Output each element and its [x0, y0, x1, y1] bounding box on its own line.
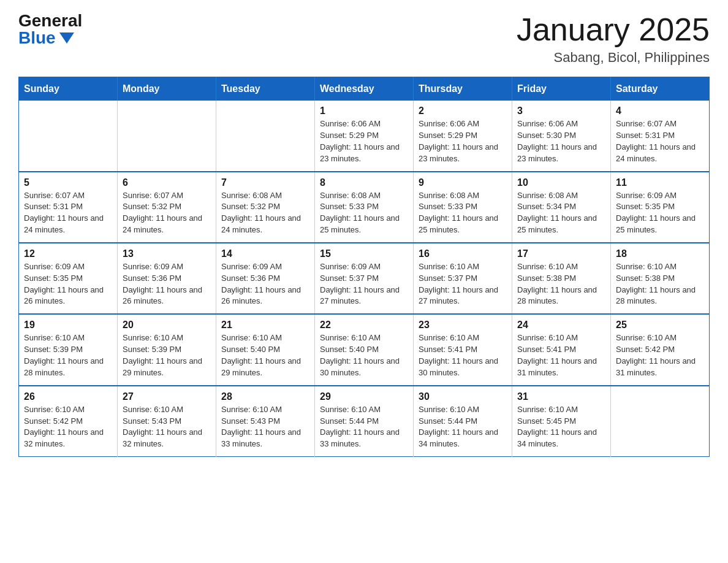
- day-info: Sunrise: 6:10 AMSunset: 5:45 PMDaylight:…: [517, 404, 605, 450]
- calendar-week-row: 19Sunrise: 6:10 AMSunset: 5:39 PMDayligh…: [19, 314, 710, 385]
- calendar-cell: 1Sunrise: 6:06 AMSunset: 5:29 PMDaylight…: [315, 101, 414, 171]
- day-info: Sunrise: 6:07 AMSunset: 5:32 PMDaylight:…: [123, 190, 211, 236]
- day-info: Sunrise: 6:10 AMSunset: 5:43 PMDaylight:…: [123, 404, 211, 450]
- day-number: 17: [517, 248, 605, 259]
- day-number: 28: [221, 391, 309, 402]
- column-header-monday: Monday: [118, 77, 216, 101]
- day-info: Sunrise: 6:10 AMSunset: 5:39 PMDaylight:…: [123, 332, 211, 378]
- day-number: 18: [616, 248, 704, 259]
- day-number: 2: [419, 105, 507, 117]
- day-info: Sunrise: 6:10 AMSunset: 5:42 PMDaylight:…: [24, 404, 112, 450]
- day-number: 21: [221, 320, 309, 331]
- calendar-week-row: 1Sunrise: 6:06 AMSunset: 5:29 PMDaylight…: [19, 101, 710, 171]
- calendar-cell: 8Sunrise: 6:08 AMSunset: 5:33 PMDaylight…: [315, 172, 414, 243]
- day-info: Sunrise: 6:10 AMSunset: 5:38 PMDaylight:…: [517, 261, 605, 307]
- day-number: 27: [123, 391, 211, 402]
- day-number: 11: [616, 177, 704, 188]
- day-number: 10: [517, 177, 605, 188]
- column-header-thursday: Thursday: [414, 77, 512, 101]
- location-subtitle: Sabang, Bicol, Philippines: [517, 50, 710, 66]
- calendar-cell: 6Sunrise: 6:07 AMSunset: 5:32 PMDaylight…: [118, 172, 216, 243]
- calendar-cell: 27Sunrise: 6:10 AMSunset: 5:43 PMDayligh…: [118, 386, 216, 457]
- day-info: Sunrise: 6:10 AMSunset: 5:40 PMDaylight:…: [221, 332, 309, 378]
- logo-blue-text: Blue: [18, 29, 74, 47]
- calendar-cell: [611, 386, 710, 457]
- calendar-cell: 28Sunrise: 6:10 AMSunset: 5:43 PMDayligh…: [216, 386, 315, 457]
- day-number: 12: [24, 248, 112, 259]
- day-number: 29: [320, 391, 408, 402]
- logo: General Blue: [18, 12, 82, 47]
- day-number: 22: [320, 320, 408, 331]
- day-info: Sunrise: 6:06 AMSunset: 5:29 PMDaylight:…: [320, 118, 408, 164]
- calendar-body: 1Sunrise: 6:06 AMSunset: 5:29 PMDaylight…: [19, 101, 710, 456]
- calendar-cell: 7Sunrise: 6:08 AMSunset: 5:32 PMDaylight…: [216, 172, 315, 243]
- day-info: Sunrise: 6:09 AMSunset: 5:36 PMDaylight:…: [221, 261, 309, 307]
- day-number: 15: [320, 248, 408, 259]
- calendar-header-row: SundayMondayTuesdayWednesdayThursdayFrid…: [19, 77, 710, 101]
- column-header-friday: Friday: [512, 77, 611, 101]
- day-info: Sunrise: 6:07 AMSunset: 5:31 PMDaylight:…: [616, 118, 704, 164]
- day-info: Sunrise: 6:08 AMSunset: 5:33 PMDaylight:…: [419, 190, 507, 236]
- calendar-cell: 18Sunrise: 6:10 AMSunset: 5:38 PMDayligh…: [611, 243, 710, 314]
- day-number: 20: [123, 320, 211, 331]
- calendar-cell: [216, 101, 315, 171]
- calendar-cell: 26Sunrise: 6:10 AMSunset: 5:42 PMDayligh…: [19, 386, 118, 457]
- day-number: 9: [419, 177, 507, 188]
- day-info: Sunrise: 6:10 AMSunset: 5:44 PMDaylight:…: [320, 404, 408, 450]
- column-header-saturday: Saturday: [611, 77, 710, 101]
- calendar-cell: 5Sunrise: 6:07 AMSunset: 5:31 PMDaylight…: [19, 172, 118, 243]
- calendar-week-row: 26Sunrise: 6:10 AMSunset: 5:42 PMDayligh…: [19, 386, 710, 457]
- calendar-cell: 22Sunrise: 6:10 AMSunset: 5:40 PMDayligh…: [315, 314, 414, 385]
- day-info: Sunrise: 6:09 AMSunset: 5:37 PMDaylight:…: [320, 261, 408, 307]
- day-number: 23: [419, 320, 507, 331]
- calendar-cell: 14Sunrise: 6:09 AMSunset: 5:36 PMDayligh…: [216, 243, 315, 314]
- day-info: Sunrise: 6:10 AMSunset: 5:43 PMDaylight:…: [221, 404, 309, 450]
- day-number: 3: [517, 105, 605, 117]
- day-number: 26: [24, 391, 112, 402]
- title-block: January 2025 Sabang, Bicol, Philippines: [517, 12, 710, 66]
- day-info: Sunrise: 6:10 AMSunset: 5:37 PMDaylight:…: [419, 261, 507, 307]
- day-info: Sunrise: 6:10 AMSunset: 5:39 PMDaylight:…: [24, 332, 112, 378]
- day-info: Sunrise: 6:10 AMSunset: 5:41 PMDaylight:…: [517, 332, 605, 378]
- calendar-cell: 4Sunrise: 6:07 AMSunset: 5:31 PMDaylight…: [611, 101, 710, 171]
- day-info: Sunrise: 6:06 AMSunset: 5:30 PMDaylight:…: [517, 118, 605, 164]
- day-number: 7: [221, 177, 309, 188]
- month-title: January 2025: [517, 12, 710, 47]
- day-info: Sunrise: 6:10 AMSunset: 5:41 PMDaylight:…: [419, 332, 507, 378]
- day-info: Sunrise: 6:09 AMSunset: 5:35 PMDaylight:…: [616, 190, 704, 236]
- day-number: 25: [616, 320, 704, 331]
- day-info: Sunrise: 6:06 AMSunset: 5:29 PMDaylight:…: [419, 118, 507, 164]
- calendar-cell: [19, 101, 118, 171]
- day-info: Sunrise: 6:10 AMSunset: 5:40 PMDaylight:…: [320, 332, 408, 378]
- calendar-cell: 19Sunrise: 6:10 AMSunset: 5:39 PMDayligh…: [19, 314, 118, 385]
- calendar-cell: 25Sunrise: 6:10 AMSunset: 5:42 PMDayligh…: [611, 314, 710, 385]
- calendar-cell: 2Sunrise: 6:06 AMSunset: 5:29 PMDaylight…: [414, 101, 512, 171]
- calendar-cell: 30Sunrise: 6:10 AMSunset: 5:44 PMDayligh…: [414, 386, 512, 457]
- calendar-cell: 3Sunrise: 6:06 AMSunset: 5:30 PMDaylight…: [512, 101, 611, 171]
- day-number: 19: [24, 320, 112, 331]
- calendar-week-row: 12Sunrise: 6:09 AMSunset: 5:35 PMDayligh…: [19, 243, 710, 314]
- calendar-table: SundayMondayTuesdayWednesdayThursdayFrid…: [18, 77, 710, 457]
- column-header-sunday: Sunday: [19, 77, 118, 101]
- day-number: 8: [320, 177, 408, 188]
- day-number: 16: [419, 248, 507, 259]
- column-header-tuesday: Tuesday: [216, 77, 315, 101]
- calendar-cell: 10Sunrise: 6:08 AMSunset: 5:34 PMDayligh…: [512, 172, 611, 243]
- calendar-cell: 20Sunrise: 6:10 AMSunset: 5:39 PMDayligh…: [118, 314, 216, 385]
- day-number: 13: [123, 248, 211, 259]
- calendar-cell: 12Sunrise: 6:09 AMSunset: 5:35 PMDayligh…: [19, 243, 118, 314]
- day-number: 30: [419, 391, 507, 402]
- day-info: Sunrise: 6:08 AMSunset: 5:32 PMDaylight:…: [221, 190, 309, 236]
- day-number: 14: [221, 248, 309, 259]
- day-number: 1: [320, 105, 408, 117]
- calendar-cell: [118, 101, 216, 171]
- day-number: 4: [616, 105, 704, 117]
- calendar-cell: 21Sunrise: 6:10 AMSunset: 5:40 PMDayligh…: [216, 314, 315, 385]
- day-info: Sunrise: 6:10 AMSunset: 5:38 PMDaylight:…: [616, 261, 704, 307]
- logo-triangle-icon: [59, 33, 74, 44]
- calendar-cell: 11Sunrise: 6:09 AMSunset: 5:35 PMDayligh…: [611, 172, 710, 243]
- column-header-wednesday: Wednesday: [315, 77, 414, 101]
- day-number: 24: [517, 320, 605, 331]
- day-number: 5: [24, 177, 112, 188]
- calendar-cell: 16Sunrise: 6:10 AMSunset: 5:37 PMDayligh…: [414, 243, 512, 314]
